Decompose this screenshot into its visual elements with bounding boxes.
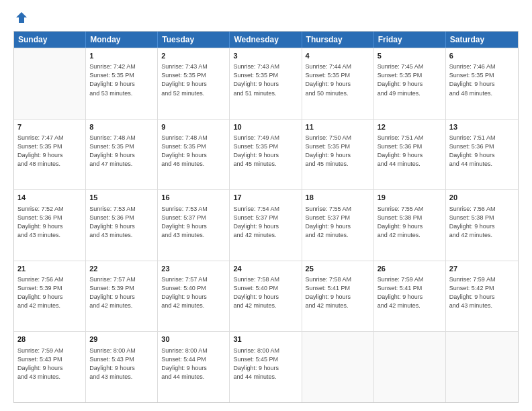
day-info: Sunrise: 7:58 AMSunset: 5:41 PMDaylight:… bbox=[306, 275, 370, 310]
cal-cell: 4Sunrise: 7:44 AMSunset: 5:35 PMDaylight… bbox=[302, 48, 374, 119]
day-number: 19 bbox=[378, 193, 442, 203]
day-number: 24 bbox=[233, 264, 298, 274]
day-number: 18 bbox=[306, 193, 370, 203]
day-info: Sunrise: 7:55 AMSunset: 5:37 PMDaylight:… bbox=[306, 205, 370, 240]
day-info: Sunrise: 7:56 AMSunset: 5:38 PMDaylight:… bbox=[449, 205, 515, 240]
day-number: 2 bbox=[161, 51, 226, 61]
day-number: 5 bbox=[378, 51, 442, 61]
day-number: 23 bbox=[161, 264, 226, 274]
day-info: Sunrise: 7:43 AMSunset: 5:35 PMDaylight:… bbox=[233, 62, 298, 97]
day-info: Sunrise: 7:55 AMSunset: 5:38 PMDaylight:… bbox=[378, 205, 442, 240]
day-info: Sunrise: 7:50 AMSunset: 5:35 PMDaylight:… bbox=[306, 134, 370, 169]
day-number: 6 bbox=[449, 51, 515, 61]
day-info: Sunrise: 7:47 AMSunset: 5:35 PMDaylight:… bbox=[17, 134, 82, 169]
day-info: Sunrise: 7:51 AMSunset: 5:36 PMDaylight:… bbox=[378, 134, 442, 169]
day-info: Sunrise: 7:54 AMSunset: 5:37 PMDaylight:… bbox=[233, 205, 298, 240]
day-number: 7 bbox=[17, 122, 82, 132]
day-info: Sunrise: 7:42 AMSunset: 5:35 PMDaylight:… bbox=[89, 62, 154, 97]
cal-cell: 19Sunrise: 7:55 AMSunset: 5:38 PMDayligh… bbox=[374, 190, 446, 261]
day-number: 30 bbox=[161, 334, 226, 345]
calendar: SundayMondayTuesdayWednesdayThursdayFrid… bbox=[13, 31, 519, 403]
logo bbox=[13, 11, 28, 24]
cal-header-sunday: Sunday bbox=[14, 32, 86, 48]
cal-cell: 29Sunrise: 8:00 AMSunset: 5:43 PMDayligh… bbox=[86, 332, 158, 402]
header bbox=[13, 11, 519, 24]
cal-cell: 18Sunrise: 7:55 AMSunset: 5:37 PMDayligh… bbox=[302, 190, 374, 261]
cal-cell: 7Sunrise: 7:47 AMSunset: 5:35 PMDaylight… bbox=[14, 120, 86, 190]
cal-cell bbox=[374, 332, 446, 402]
day-number: 17 bbox=[233, 193, 298, 203]
day-number: 11 bbox=[306, 122, 370, 132]
day-info: Sunrise: 7:57 AMSunset: 5:39 PMDaylight:… bbox=[89, 275, 154, 310]
day-number: 16 bbox=[161, 193, 226, 203]
day-number: 31 bbox=[233, 334, 298, 345]
cal-cell: 11Sunrise: 7:50 AMSunset: 5:35 PMDayligh… bbox=[302, 120, 374, 190]
day-info: Sunrise: 7:48 AMSunset: 5:35 PMDaylight:… bbox=[161, 134, 226, 169]
day-info: Sunrise: 7:59 AMSunset: 5:43 PMDaylight:… bbox=[17, 347, 82, 381]
day-info: Sunrise: 7:57 AMSunset: 5:40 PMDaylight:… bbox=[161, 275, 226, 310]
cal-cell: 25Sunrise: 7:58 AMSunset: 5:41 PMDayligh… bbox=[302, 261, 374, 332]
day-info: Sunrise: 8:00 AMSunset: 5:44 PMDaylight:… bbox=[161, 347, 226, 381]
day-info: Sunrise: 7:56 AMSunset: 5:39 PMDaylight:… bbox=[17, 275, 82, 310]
cal-cell: 10Sunrise: 7:49 AMSunset: 5:35 PMDayligh… bbox=[230, 120, 302, 190]
cal-week-3: 14Sunrise: 7:52 AMSunset: 5:36 PMDayligh… bbox=[14, 189, 518, 261]
day-number: 3 bbox=[233, 51, 298, 61]
day-info: Sunrise: 7:52 AMSunset: 5:36 PMDaylight:… bbox=[17, 205, 82, 240]
day-info: Sunrise: 7:43 AMSunset: 5:35 PMDaylight:… bbox=[161, 62, 226, 97]
day-number: 10 bbox=[233, 122, 298, 132]
day-number: 8 bbox=[89, 122, 154, 132]
page: SundayMondayTuesdayWednesdayThursdayFrid… bbox=[0, 0, 532, 411]
cal-cell: 1Sunrise: 7:42 AMSunset: 5:35 PMDaylight… bbox=[86, 48, 158, 119]
day-number: 4 bbox=[306, 51, 370, 61]
cal-header-saturday: Saturday bbox=[446, 32, 518, 48]
day-info: Sunrise: 7:58 AMSunset: 5:40 PMDaylight:… bbox=[233, 275, 298, 310]
cal-cell: 16Sunrise: 7:53 AMSunset: 5:37 PMDayligh… bbox=[158, 190, 230, 261]
cal-cell: 27Sunrise: 7:59 AMSunset: 5:42 PMDayligh… bbox=[446, 261, 518, 332]
cal-header-wednesday: Wednesday bbox=[230, 32, 302, 48]
day-number: 15 bbox=[89, 193, 154, 203]
cal-cell: 20Sunrise: 7:56 AMSunset: 5:38 PMDayligh… bbox=[446, 190, 518, 261]
day-info: Sunrise: 7:46 AMSunset: 5:35 PMDaylight:… bbox=[449, 62, 515, 97]
cal-cell: 22Sunrise: 7:57 AMSunset: 5:39 PMDayligh… bbox=[86, 261, 158, 332]
cal-cell: 12Sunrise: 7:51 AMSunset: 5:36 PMDayligh… bbox=[374, 120, 446, 190]
calendar-body: 1Sunrise: 7:42 AMSunset: 5:35 PMDaylight… bbox=[14, 48, 518, 402]
cal-cell: 17Sunrise: 7:54 AMSunset: 5:37 PMDayligh… bbox=[230, 190, 302, 261]
day-info: Sunrise: 7:49 AMSunset: 5:35 PMDaylight:… bbox=[233, 134, 298, 169]
day-number: 26 bbox=[378, 264, 442, 274]
day-info: Sunrise: 7:44 AMSunset: 5:35 PMDaylight:… bbox=[306, 62, 370, 97]
cal-week-4: 21Sunrise: 7:56 AMSunset: 5:39 PMDayligh… bbox=[14, 261, 518, 332]
cal-cell: 8Sunrise: 7:48 AMSunset: 5:35 PMDaylight… bbox=[86, 120, 158, 190]
cal-week-1: 1Sunrise: 7:42 AMSunset: 5:35 PMDaylight… bbox=[14, 48, 518, 119]
day-number: 22 bbox=[89, 264, 154, 274]
cal-week-5: 28Sunrise: 7:59 AMSunset: 5:43 PMDayligh… bbox=[14, 331, 518, 402]
day-info: Sunrise: 7:51 AMSunset: 5:36 PMDaylight:… bbox=[449, 134, 515, 169]
day-number: 28 bbox=[17, 334, 82, 345]
day-info: Sunrise: 7:45 AMSunset: 5:35 PMDaylight:… bbox=[378, 62, 442, 97]
cal-cell: 28Sunrise: 7:59 AMSunset: 5:43 PMDayligh… bbox=[14, 332, 86, 402]
day-info: Sunrise: 7:53 AMSunset: 5:36 PMDaylight:… bbox=[89, 205, 154, 240]
cal-header-tuesday: Tuesday bbox=[158, 32, 230, 48]
cal-cell: 14Sunrise: 7:52 AMSunset: 5:36 PMDayligh… bbox=[14, 190, 86, 261]
cal-cell: 23Sunrise: 7:57 AMSunset: 5:40 PMDayligh… bbox=[158, 261, 230, 332]
day-number: 20 bbox=[449, 193, 515, 203]
day-number: 29 bbox=[89, 334, 154, 345]
day-info: Sunrise: 7:53 AMSunset: 5:37 PMDaylight:… bbox=[161, 205, 226, 240]
day-number: 9 bbox=[161, 122, 226, 132]
cal-cell: 15Sunrise: 7:53 AMSunset: 5:36 PMDayligh… bbox=[86, 190, 158, 261]
calendar-header-row: SundayMondayTuesdayWednesdayThursdayFrid… bbox=[14, 32, 518, 48]
cal-cell: 5Sunrise: 7:45 AMSunset: 5:35 PMDaylight… bbox=[374, 48, 446, 119]
day-info: Sunrise: 7:48 AMSunset: 5:35 PMDaylight:… bbox=[89, 134, 154, 169]
day-number: 25 bbox=[306, 264, 370, 274]
day-number: 21 bbox=[17, 264, 82, 274]
day-info: Sunrise: 8:00 AMSunset: 5:43 PMDaylight:… bbox=[89, 347, 154, 381]
cal-cell: 26Sunrise: 7:59 AMSunset: 5:41 PMDayligh… bbox=[374, 261, 446, 332]
cal-cell: 21Sunrise: 7:56 AMSunset: 5:39 PMDayligh… bbox=[14, 261, 86, 332]
day-info: Sunrise: 8:00 AMSunset: 5:45 PMDaylight:… bbox=[233, 347, 298, 381]
cal-header-monday: Monday bbox=[86, 32, 158, 48]
cal-cell bbox=[302, 332, 374, 402]
cal-header-thursday: Thursday bbox=[302, 32, 374, 48]
svg-marker-0 bbox=[16, 12, 27, 23]
cal-week-2: 7Sunrise: 7:47 AMSunset: 5:35 PMDaylight… bbox=[14, 119, 518, 190]
day-number: 1 bbox=[89, 51, 154, 61]
day-info: Sunrise: 7:59 AMSunset: 5:42 PMDaylight:… bbox=[449, 275, 515, 310]
